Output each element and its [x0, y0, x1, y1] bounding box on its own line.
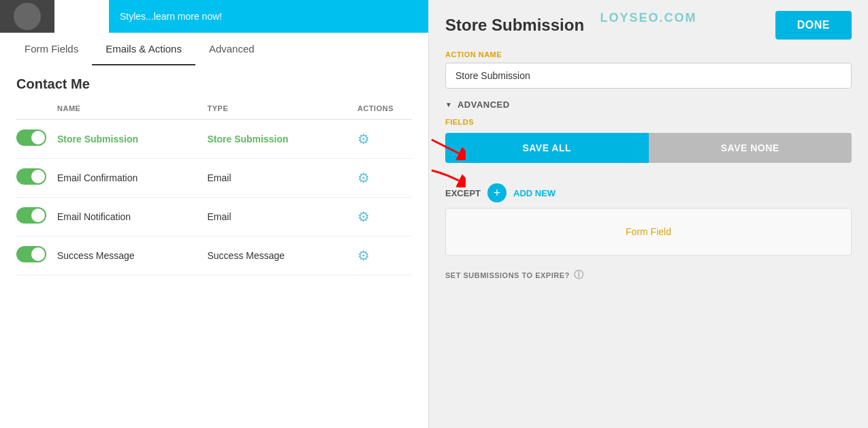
- col-name: NAME: [57, 104, 208, 112]
- tab-form-fields[interactable]: Form Fields: [11, 33, 92, 65]
- row-name-email-confirmation: Email Confirmation: [57, 172, 208, 183]
- save-all-button[interactable]: SAVE ALL: [445, 133, 649, 163]
- except-row: EXCEPT + ADD NEW: [445, 183, 852, 202]
- row-name-email-notification: Email Notification: [57, 211, 208, 222]
- gear-icon-email-confirmation[interactable]: ⚙: [357, 170, 370, 185]
- right-panel-title: Store Submission: [445, 16, 584, 35]
- page-title: Contact Me: [0, 65, 428, 97]
- add-new-label[interactable]: ADD NEW: [513, 188, 556, 198]
- row-actions-email-confirmation[interactable]: ⚙: [357, 170, 412, 186]
- row-type-email-notification: Email: [208, 211, 358, 222]
- col-actions: ACTIONS: [357, 104, 412, 112]
- right-panel-content: ACTION NAME ▼ ADVANCED FIELDS SAVE ALL: [429, 50, 868, 428]
- triangle-icon: ▼: [445, 101, 452, 108]
- row-actions-store-submission[interactable]: ⚙: [357, 131, 412, 147]
- form-field-text: Form Field: [626, 226, 671, 237]
- table-container: NAME TYPE ACTIONS Store Submission Store…: [0, 97, 428, 428]
- banner-text: Styles...learn more now!: [120, 11, 222, 22]
- table-row: Email Notification Email ⚙: [16, 198, 412, 236]
- top-banner[interactable]: Styles...learn more now!: [109, 0, 428, 33]
- gear-icon-email-notification[interactable]: ⚙: [357, 209, 370, 224]
- toggle-email-notification[interactable]: [16, 207, 57, 226]
- action-name-label: ACTION NAME: [445, 50, 852, 59]
- arrow-save-all: [429, 133, 466, 160]
- table-header: NAME TYPE ACTIONS: [16, 97, 412, 120]
- action-name-group: ACTION NAME: [445, 50, 852, 89]
- left-panel: Styles...learn more now! Form Fields Ema…: [0, 0, 429, 428]
- row-name-success-message: Success Message: [57, 250, 208, 261]
- except-box: Form Field: [445, 208, 852, 256]
- right-panel: LOYSEO.COM Store Submission DONE ACTION …: [429, 0, 868, 428]
- advanced-title: ADVANCED: [457, 100, 510, 110]
- toggle-success-message[interactable]: [16, 246, 57, 265]
- table-row: Store Submission Store Submission ⚙: [16, 120, 412, 159]
- row-actions-success-message[interactable]: ⚙: [357, 247, 412, 264]
- logo-icon: [14, 3, 41, 30]
- tab-emails-actions[interactable]: Emails & Actions: [92, 33, 195, 65]
- add-new-circle-button[interactable]: +: [487, 183, 507, 202]
- row-type-email-confirmation: Email: [208, 172, 358, 183]
- row-name-store-submission: Store Submission: [57, 134, 208, 144]
- gear-icon-store-submission[interactable]: ⚙: [357, 132, 370, 147]
- row-type-success-message: Success Message: [208, 250, 358, 261]
- arrow-except: [429, 167, 466, 187]
- right-panel-header: Store Submission DONE: [429, 0, 868, 50]
- toggle-email-confirmation[interactable]: [16, 168, 57, 187]
- expire-label: SET SUBMISSIONS TO EXPIRE? ⓘ: [445, 269, 852, 281]
- row-actions-email-notification[interactable]: ⚙: [357, 209, 412, 225]
- tab-advanced[interactable]: Advanced: [195, 33, 268, 65]
- save-buttons-row: SAVE ALL SAVE NONE: [445, 133, 852, 163]
- col-toggle: [16, 104, 57, 112]
- col-type: TYPE: [208, 104, 358, 112]
- tabs-container: Form Fields Emails & Actions Advanced: [0, 33, 428, 65]
- gear-icon-success-message[interactable]: ⚙: [357, 248, 370, 263]
- row-type-store-submission: Store Submission: [208, 134, 358, 144]
- toggle-store-submission[interactable]: [16, 129, 57, 149]
- except-label: EXCEPT: [445, 188, 481, 198]
- info-icon: ⓘ: [574, 269, 584, 281]
- table-row: Email Confirmation Email ⚙: [16, 159, 412, 198]
- advanced-section-header: ▼ ADVANCED: [445, 100, 852, 110]
- table-row: Success Message Success Message ⚙: [16, 236, 412, 275]
- action-name-input[interactable]: [445, 63, 852, 89]
- done-button[interactable]: DONE: [775, 11, 852, 40]
- save-none-button[interactable]: SAVE NONE: [649, 133, 852, 163]
- fields-label: FIELDS: [445, 118, 852, 126]
- logo-area: [0, 0, 54, 33]
